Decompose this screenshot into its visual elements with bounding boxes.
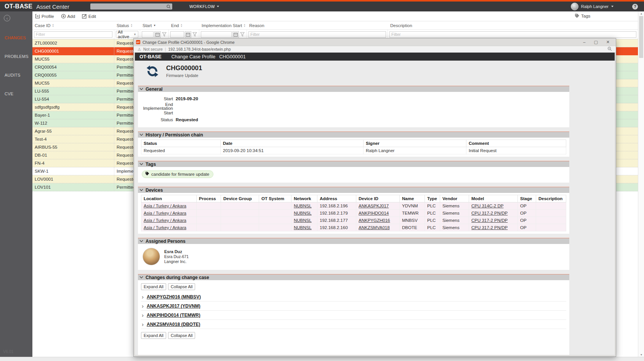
workflow-menu[interactable]: WORKFLOW: [189, 4, 219, 9]
change-device-link[interactable]: ANKASPKJ017 (YDVNM): [147, 303, 200, 309]
maximize-icon[interactable]: ▢: [594, 40, 598, 44]
column-header-implementation-start[interactable]: Implementation Start▲▼: [199, 23, 247, 28]
change-device-item[interactable]: › ANKPYGZH016 (MNBSV): [141, 292, 566, 302]
description-filter-input[interactable]: [389, 31, 636, 38]
sidebar-item-problems[interactable]: PROBLEMS: [0, 54, 32, 59]
add-icon: [61, 14, 66, 19]
change-device-item[interactable]: › ANKPIHDO014 (TEMWR): [141, 311, 566, 320]
change-device-item[interactable]: › ANKASPKJ017 (YDVNM): [141, 302, 566, 311]
user-avatar[interactable]: [571, 3, 578, 10]
filter-icon[interactable]: [192, 31, 197, 37]
global-search[interactable]: [90, 3, 172, 10]
device-location-link[interactable]: Asia / Turkey / Ankara: [144, 204, 186, 208]
device-id-link[interactable]: ANKPYGZH016: [359, 218, 390, 223]
section-devices-header[interactable]: Devices: [138, 187, 569, 193]
device-group: [221, 202, 259, 210]
device-location-link[interactable]: Asia / Turkey / Ankara: [144, 211, 186, 215]
add-button[interactable]: Add: [61, 14, 75, 19]
sort-icon: ▲▼: [244, 24, 245, 27]
devices-table: Location Process Device Group OT System …: [141, 195, 566, 231]
calendar-icon[interactable]: [185, 31, 191, 38]
section-history-header[interactable]: History / Permission chain: [138, 132, 569, 138]
column-header-reason[interactable]: Reason: [247, 23, 388, 28]
device-id-link[interactable]: ANKASPKJ017: [359, 204, 389, 208]
collapse-all-button[interactable]: Collapse All: [168, 283, 195, 290]
popup-brand: OT-BASE: [139, 54, 162, 59]
tag-icon: [145, 172, 149, 176]
start-filter-input[interactable]: [142, 31, 154, 38]
device-model-link[interactable]: CPU 317-2 PN/DP: [471, 218, 508, 223]
field-label: Start: [138, 96, 173, 101]
device-id-link[interactable]: ANKZSMVA018: [359, 225, 390, 230]
history-col-comment: Comment: [466, 140, 566, 147]
scroll-up-icon[interactable]: ▲: [638, 12, 644, 15]
popup-url-bar[interactable]: ⚠ Not secure | 192.168.178.34/ot-base/ex…: [134, 46, 616, 53]
device-stage: OP: [518, 202, 536, 210]
change-device-link[interactable]: ANKPYGZH016 (MNBSV): [147, 294, 201, 300]
case-id-cell: LU-554: [32, 95, 114, 103]
horizontal-scrollbar[interactable]: [0, 357, 644, 361]
reason-filter-input[interactable]: [248, 31, 386, 38]
devices-col-network: Network: [292, 195, 317, 202]
search-icon[interactable]: [167, 5, 171, 9]
change-device-link[interactable]: ANKPIHDO014 (TEMWR): [147, 313, 200, 318]
collapse-all-button[interactable]: Collapse All: [168, 332, 195, 339]
tags-button[interactable]: Tags: [575, 13, 590, 18]
section-changes-header[interactable]: Changes during change case: [138, 274, 569, 280]
sidebar-item-audits[interactable]: AUDITS: [0, 73, 32, 77]
change-device-item[interactable]: › ANKZSMVA018 (DBOTE): [141, 320, 566, 329]
filter-icon[interactable]: [240, 31, 245, 37]
edit-button[interactable]: Edit: [82, 14, 96, 19]
scrollbar-thumb[interactable]: [639, 16, 643, 58]
device-network-link[interactable]: NUBNSL: [294, 225, 312, 230]
calendar-icon[interactable]: [232, 31, 239, 38]
column-header-status[interactable]: Status▲▼: [114, 23, 140, 28]
security-label[interactable]: Not secure: [143, 47, 163, 51]
status-filter-select[interactable]: All active ▼: [116, 31, 138, 38]
implementation-start-filter-input[interactable]: [201, 31, 232, 38]
column-header-end[interactable]: End▲▼: [169, 23, 199, 28]
scroll-down-icon[interactable]: ▼: [638, 353, 644, 356]
expand-all-button[interactable]: Expand All: [141, 332, 166, 339]
vertical-scrollbar[interactable]: ▲ ▼: [638, 11, 644, 357]
minimize-icon[interactable]: –: [583, 40, 585, 44]
device-network-link[interactable]: NUBNSL: [294, 204, 312, 208]
url-text[interactable]: 192.168.178.34/ot-base/extwin.php: [168, 47, 231, 51]
device-model-link[interactable]: CPU 317-2 PN/DP: [471, 225, 508, 230]
device-network-link[interactable]: NUBNSL: [294, 218, 312, 223]
sidebar-item-cve[interactable]: CVE: [0, 91, 32, 96]
filter-icon[interactable]: [162, 31, 167, 37]
field-value: Requested: [176, 117, 198, 122]
calendar-icon[interactable]: [154, 31, 161, 38]
device-model-link[interactable]: CPU 317-2 PN/DP: [471, 211, 508, 215]
section-general-header[interactable]: General: [138, 86, 569, 92]
user-menu-chevron-icon[interactable]: [611, 6, 614, 7]
column-header-start[interactable]: Start▼: [140, 23, 169, 28]
user-name[interactable]: Ralph Langner: [581, 4, 609, 9]
device-model-link[interactable]: CPU 314C-2 DP: [471, 204, 503, 208]
device-network-link[interactable]: NUBNSL: [294, 211, 312, 215]
change-device-link[interactable]: ANKZSMVA018 (DBOTE): [147, 322, 200, 327]
device-row: Asia / Turkey / Ankara NUBNSL 192.168.2.…: [141, 210, 566, 217]
sidebar-collapse-icon[interactable]: ‹: [4, 15, 10, 21]
popup-title-bar[interactable]: OT Change Case Profile CHG000001 - Googl…: [134, 39, 616, 46]
column-header-description[interactable]: Description: [388, 23, 638, 28]
device-description: [536, 224, 566, 231]
device-location-link[interactable]: Asia / Turkey / Ankara: [144, 225, 186, 230]
case-id-filter-input[interactable]: [34, 31, 112, 38]
zoom-icon[interactable]: [607, 47, 612, 52]
tag-chip[interactable]: candidate for firmware update: [142, 170, 213, 178]
close-icon[interactable]: ✕: [606, 40, 610, 44]
search-input[interactable]: [90, 4, 167, 9]
help-icon[interactable]: ?: [632, 4, 638, 10]
device-address: 192.168.2.177: [317, 217, 356, 224]
expand-all-button[interactable]: Expand All: [141, 283, 166, 290]
sidebar-item-changes[interactable]: CHANGES: [0, 35, 32, 40]
section-assigned-persons-header[interactable]: Assigned Persons: [138, 238, 569, 244]
section-tags-header[interactable]: Tags: [138, 161, 569, 167]
device-id-link[interactable]: ANKPIHDO014: [359, 211, 389, 215]
profile-button[interactable]: Profile: [35, 14, 54, 19]
end-filter-input[interactable]: [170, 31, 184, 38]
column-header-case-id[interactable]: Case ID▲▼: [32, 23, 114, 28]
device-location-link[interactable]: Asia / Turkey / Ankara: [144, 218, 186, 223]
